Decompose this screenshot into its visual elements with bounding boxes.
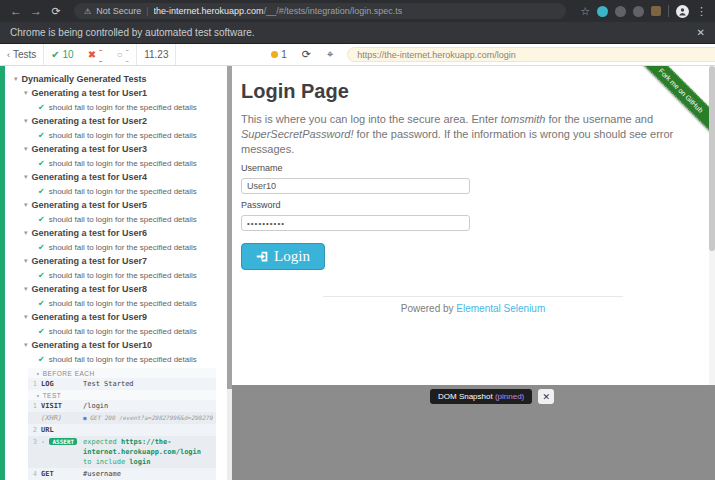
log-section-header[interactable]: ▾BEFORE EACH [28, 368, 216, 378]
caret-down-icon: ▾ [14, 75, 18, 83]
command-row[interactable]: 2URL [28, 424, 216, 436]
omnibox-divider: | [146, 6, 148, 16]
page-title: Login Page [241, 80, 705, 103]
passed-stat[interactable]: ✔ 10 [44, 44, 81, 65]
test-row[interactable]: ✔should fail to login for the specified … [38, 268, 224, 282]
aut-scrollbar[interactable] [709, 66, 715, 385]
suite-title-row[interactable]: ▾Generating a test for User10 [24, 338, 224, 352]
page-footer: Powered by Elemental Selenium [241, 296, 705, 316]
failed-stat[interactable]: ✖ -- [81, 44, 110, 65]
snapshot-controls: DOM Snapshot (pinned) ✕ [430, 389, 554, 404]
test-title: should fail to login for the specified d… [49, 299, 197, 308]
command-row[interactable]: 1VISIT/login [28, 400, 216, 412]
test-passed-icon: ✔ [38, 187, 45, 196]
pin-dot-icon [271, 51, 278, 58]
command-row[interactable]: 1LOGTest Started [28, 378, 216, 390]
failed-count: -- [99, 44, 102, 66]
test-row[interactable]: ✔should fail to login for the specified … [38, 240, 224, 254]
suite-title-row[interactable]: ▾Generating a test for User1 [24, 86, 224, 100]
command-number: 1 [28, 401, 41, 411]
suite-title: Generating a test for User10 [32, 340, 153, 350]
suite-block: ▾Generating a test for User4✔should fail… [24, 170, 224, 198]
caret-down-icon: ▾ [24, 201, 28, 209]
command-row[interactable]: 4GET#username [28, 468, 216, 480]
toolbar-left: ‹ Tests ✔ 10 ✖ -- ○ -- 11.23 [0, 44, 176, 65]
test-passed-icon: ✔ [38, 103, 45, 112]
not-secure-warning-icon: ⚠ [84, 7, 91, 16]
suite-block: ▾Generating a test for User7✔should fail… [24, 254, 224, 282]
test-title: should fail to login for the specified d… [49, 243, 197, 252]
suite-title-row[interactable]: ▾Generating a test for User4 [24, 170, 224, 184]
command-message [83, 425, 213, 435]
test-title: should fail to login for the specified d… [49, 103, 197, 112]
suite-title-row[interactable]: ▾Generating a test for User8 [24, 282, 224, 296]
test-row[interactable]: ✔should fail to login for the specified … [38, 296, 224, 310]
caret-down-icon: ▾ [24, 257, 28, 265]
reload-icon[interactable]: ⟳ [48, 0, 64, 22]
suite-title-row[interactable]: ▾Generating a test for User9 [24, 310, 224, 324]
command-row[interactable]: 3- ASSERTexpected https://the-internet.h… [28, 436, 216, 468]
suite-block: ▾Generating a test for User8✔should fail… [24, 282, 224, 310]
suite-title-row[interactable]: ▾Generating a test for User5 [24, 198, 224, 212]
extension-icon-1[interactable] [597, 6, 608, 17]
username-field[interactable] [241, 178, 470, 194]
suite-title-row[interactable]: ▾Generating a test for User2 [24, 114, 224, 128]
snapshot-close-button[interactable]: ✕ [538, 389, 554, 404]
suite-block: ▾Generating a test for User9✔should fail… [24, 310, 224, 338]
suite-title-row[interactable]: ▾Generating a test for User3 [24, 142, 224, 156]
root-suite-row[interactable]: ▾ Dynamically Generated Tests [14, 72, 224, 86]
command-message: /login [83, 401, 213, 411]
test-passed-icon: ✔ [38, 271, 45, 280]
test-row[interactable]: ✔should fail to login for the specified … [38, 352, 224, 366]
browser-menu-icon[interactable]: ⋮ [696, 5, 707, 18]
password-label: Password [241, 200, 470, 210]
suite-block: ▾Generating a test for User1✔should fail… [24, 86, 224, 114]
command-log: ▾BEFORE EACH1LOGTest Started▾TEST1VISIT/… [28, 368, 216, 480]
aut-reload-icon[interactable]: ⟳ [294, 48, 319, 61]
toolbar-separator [175, 44, 176, 65]
duration-value: 11.23 [144, 49, 168, 60]
command-message: ● GET 200 /event?a=29827996&d=29827996&y… [83, 413, 213, 423]
suite-title-row[interactable]: ▾Generating a test for User6 [24, 226, 224, 240]
snapshot-pill: DOM Snapshot (pinned) [430, 389, 532, 404]
suite-title-row[interactable]: ▾Generating a test for User7 [24, 254, 224, 268]
test-row[interactable]: ✔should fail to login for the specified … [38, 156, 224, 170]
bookmark-star-icon[interactable]: ☆ [580, 5, 590, 18]
automation-banner-text: Chrome is being controlled by automated … [10, 27, 255, 38]
command-name: GET [41, 469, 83, 479]
aut-scrollbar-thumb[interactable] [709, 66, 715, 251]
aut-stage: Fork me on GitHub Login Page This is whe… [232, 66, 715, 480]
assert-badge: ASSERT [49, 438, 77, 445]
extension-icon-2[interactable] [615, 6, 626, 17]
back-to-tests-button[interactable]: ‹ Tests [0, 44, 43, 65]
login-button[interactable]: Login [241, 243, 325, 270]
log-section-header[interactable]: ▾TEST [28, 390, 216, 400]
elemental-selenium-link[interactable]: Elemental Selenium [456, 303, 545, 314]
extension-icon-3[interactable] [633, 6, 644, 17]
profile-avatar[interactable] [676, 5, 689, 18]
command-row[interactable]: (XHR)● GET 200 /event?a=29827996&d=29827… [28, 412, 216, 424]
banner-close-icon[interactable]: ✕ [697, 27, 705, 38]
extension-icon-4[interactable] [651, 6, 661, 16]
login-button-label: Login [274, 248, 310, 265]
pinned-indicator[interactable]: 1 [264, 44, 294, 65]
automation-banner: Chrome is being controlled by automated … [0, 22, 715, 44]
forward-icon[interactable]: → [28, 0, 44, 22]
test-row[interactable]: ✔should fail to login for the specified … [38, 100, 224, 114]
test-row[interactable]: ✔should fail to login for the specified … [38, 324, 224, 338]
back-icon[interactable]: ← [8, 0, 24, 22]
aut-url-bar[interactable]: https://the-internet.herokuapp.com/login [347, 47, 715, 62]
test-row[interactable]: ✔should fail to login for the specified … [38, 184, 224, 198]
main-content: ▾ Dynamically Generated Tests ▾Generatin… [0, 66, 715, 480]
test-row[interactable]: ✔should fail to login for the specified … [38, 128, 224, 142]
cypress-toolbar: ‹ Tests ✔ 10 ✖ -- ○ -- 11.23 1 ⟳ ⌖ https… [0, 44, 715, 66]
pending-stat[interactable]: ○ -- [109, 44, 136, 65]
suite-block: ▾Generating a test for User6✔should fail… [24, 226, 224, 254]
caret-down-icon: ▾ [24, 341, 28, 349]
failed-x-icon: ✖ [88, 49, 96, 60]
address-bar[interactable]: ⚠ Not Secure | the-internet.herokuapp.co… [74, 3, 566, 19]
password-field[interactable] [241, 215, 470, 231]
username-label: Username [241, 163, 470, 173]
selector-playground-icon[interactable]: ⌖ [319, 48, 341, 61]
test-row[interactable]: ✔should fail to login for the specified … [38, 212, 224, 226]
